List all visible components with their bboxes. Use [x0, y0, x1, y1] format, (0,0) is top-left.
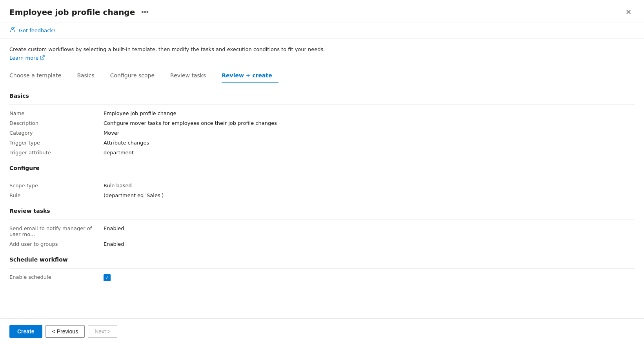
field-value-add-user-groups: Enabled: [104, 241, 635, 247]
external-link-icon: [40, 55, 45, 61]
field-value-description: Configure mover tasks for employees once…: [104, 120, 635, 126]
field-label-trigger-attribute: Trigger attribute: [9, 150, 104, 156]
tab-review-create[interactable]: Review + create: [222, 69, 278, 83]
field-row-description: Description Configure mover tasks for em…: [9, 120, 635, 126]
top-bar: Employee job profile change ••• ✕: [0, 0, 644, 22]
field-value-trigger-attribute: department: [104, 150, 635, 156]
field-value-category: Mover: [104, 130, 635, 136]
feedback-icon: [9, 26, 16, 34]
field-label-category: Category: [9, 130, 104, 136]
review-tasks-section: Review tasks Send email to notify manage…: [9, 208, 635, 247]
intro-description: Create custom workflows by selecting a b…: [9, 46, 635, 52]
page-title: Employee job profile change: [9, 7, 135, 17]
enable-schedule-checkbox[interactable]: [104, 274, 111, 281]
schedule-workflow-section: Schedule workflow Enable schedule: [9, 256, 635, 281]
field-row-category: Category Mover: [9, 130, 635, 136]
tabs-container: Choose a template Basics Configure scope…: [9, 69, 635, 83]
field-label-scope-type: Scope type: [9, 183, 104, 188]
feedback-bar: Got feedback?: [0, 22, 644, 38]
previous-button[interactable]: < Previous: [45, 325, 85, 338]
basics-divider: [9, 104, 635, 105]
field-label-trigger-type: Trigger type: [9, 140, 104, 146]
tab-basics[interactable]: Basics: [77, 69, 100, 83]
tab-configure-scope[interactable]: Configure scope: [110, 69, 161, 83]
main-content: Create custom workflows by selecting a b…: [0, 38, 644, 318]
learn-more-link[interactable]: Learn more: [9, 55, 45, 61]
schedule-workflow-title: Schedule workflow: [9, 256, 635, 263]
field-row-trigger-type: Trigger type Attribute changes: [9, 140, 635, 146]
field-value-send-email: Enabled: [104, 225, 635, 231]
field-value-scope-type: Rule based: [104, 183, 635, 188]
field-row-trigger-attribute: Trigger attribute department: [9, 150, 635, 156]
configure-divider: [9, 177, 635, 177]
schedule-divider: [9, 268, 635, 269]
close-button[interactable]: ✕: [622, 6, 635, 18]
field-row-enable-schedule: Enable schedule: [9, 274, 635, 281]
title-area: Employee job profile change •••: [9, 7, 151, 17]
footer: Create < Previous Next >: [0, 318, 644, 344]
field-value-rule: (department eq 'Sales'): [104, 192, 635, 198]
tab-choose-template[interactable]: Choose a template: [9, 69, 67, 83]
review-tasks-section-title: Review tasks: [9, 208, 635, 214]
field-row-send-email: Send email to notify manager of user mo.…: [9, 225, 635, 237]
field-label-description: Description: [9, 120, 104, 126]
field-row-add-user-groups: Add user to groups Enabled: [9, 241, 635, 247]
field-value-trigger-type: Attribute changes: [104, 140, 635, 146]
field-label-rule: Rule: [9, 192, 104, 198]
create-button[interactable]: Create: [9, 325, 42, 338]
feedback-link[interactable]: Got feedback?: [19, 27, 56, 33]
configure-section-title: Configure: [9, 165, 635, 171]
ellipsis-button[interactable]: •••: [139, 7, 151, 17]
svg-point-0: [12, 27, 14, 29]
tab-review-tasks[interactable]: Review tasks: [170, 69, 212, 83]
review-tasks-divider: [9, 220, 635, 220]
basics-section-title: Basics: [9, 93, 635, 99]
field-label-name: Name: [9, 110, 104, 116]
next-button: Next >: [88, 325, 117, 338]
basics-section: Basics Name Employee job profile change …: [9, 93, 635, 156]
field-label-add-user-groups: Add user to groups: [9, 241, 104, 247]
field-row-name: Name Employee job profile change: [9, 110, 635, 116]
field-row-rule: Rule (department eq 'Sales'): [9, 192, 635, 198]
learn-more-label: Learn more: [9, 55, 38, 61]
field-value-name: Employee job profile change: [104, 110, 635, 116]
field-label-send-email: Send email to notify manager of user mo.…: [9, 225, 104, 237]
configure-section: Configure Scope type Rule based Rule (de…: [9, 165, 635, 198]
field-label-enable-schedule: Enable schedule: [9, 274, 104, 280]
field-row-scope-type: Scope type Rule based: [9, 183, 635, 188]
